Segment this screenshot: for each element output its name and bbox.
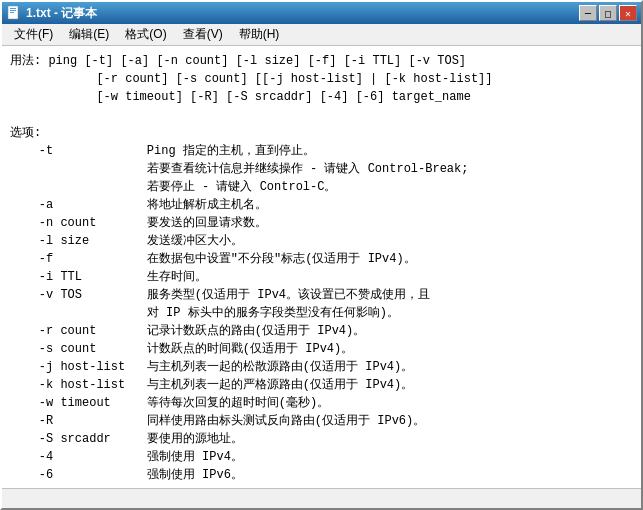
menu-file[interactable]: 文件(F) xyxy=(6,24,61,45)
menu-help[interactable]: 帮助(H) xyxy=(231,24,288,45)
notepad-icon xyxy=(6,5,22,21)
svg-rect-3 xyxy=(10,12,14,13)
svg-rect-2 xyxy=(10,10,16,11)
close-button[interactable]: ✕ xyxy=(619,5,637,21)
text-editor-area[interactable]: 用法: ping [-t] [-a] [-n count] [-l size] … xyxy=(2,46,641,488)
menu-edit[interactable]: 编辑(E) xyxy=(61,24,117,45)
window-title: 1.txt - 记事本 xyxy=(26,5,97,22)
minimize-button[interactable]: ─ xyxy=(579,5,597,21)
title-buttons: ─ □ ✕ xyxy=(579,5,637,21)
maximize-button[interactable]: □ xyxy=(599,5,617,21)
title-bar-left: 1.txt - 记事本 xyxy=(6,5,97,22)
main-window: 1.txt - 记事本 ─ □ ✕ 文件(F) 编辑(E) 格式(O) 查看(V… xyxy=(0,0,643,510)
title-bar: 1.txt - 记事本 ─ □ ✕ xyxy=(2,2,641,24)
menu-view[interactable]: 查看(V) xyxy=(175,24,231,45)
menu-bar: 文件(F) 编辑(E) 格式(O) 查看(V) 帮助(H) xyxy=(2,24,641,46)
status-bar xyxy=(2,488,641,508)
menu-format[interactable]: 格式(O) xyxy=(117,24,174,45)
text-content: 用法: ping [-t] [-a] [-n count] [-l size] … xyxy=(10,52,633,484)
svg-rect-1 xyxy=(10,8,16,9)
